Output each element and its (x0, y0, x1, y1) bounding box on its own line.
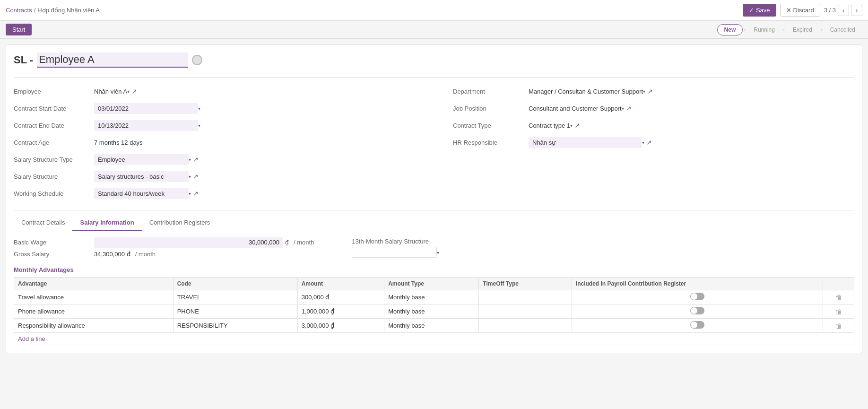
hr-responsible-value-wrap: ▾ ↗ (529, 137, 854, 148)
tab-contract-details[interactable]: Contract Details (14, 215, 72, 231)
row1-delete-button[interactable]: 🗑 (835, 294, 842, 301)
salary-structure-value-wrap: ▾ ↗ (94, 171, 434, 182)
contract-age-value: 7 months 12 days (94, 139, 143, 146)
row3-code: RESPONSIBILITY (173, 319, 297, 333)
salary-structure-link-icon[interactable]: ↗ (193, 173, 199, 180)
department-value-wrap: Manager / Consultan & Customer Support ▾… (529, 87, 854, 95)
discard-button[interactable]: ✕ Discard (780, 4, 820, 17)
row2-amount: 1,000,000 ₫ (297, 305, 384, 319)
status-expired[interactable]: Expired (786, 24, 819, 35)
add-line-button[interactable]: Add a line (18, 333, 45, 344)
employee-value: Nhân viên A (94, 88, 127, 95)
hr-responsible-link-icon[interactable]: ↗ (646, 139, 652, 146)
pagination-next[interactable]: › (851, 5, 862, 16)
contract-title-input[interactable] (37, 52, 188, 68)
status-new[interactable]: New (717, 24, 743, 35)
department-dropdown-icon: ▾ (643, 89, 645, 94)
row2-delete-button[interactable]: 🗑 (835, 308, 842, 315)
job-position-dropdown-icon: ▾ (622, 106, 624, 111)
row3-toggle[interactable] (690, 321, 704, 329)
contract-type-dropdown-icon: ▾ (570, 123, 573, 128)
divider-2 (14, 210, 854, 210)
salary-left: Basic Wage ₫ / month Gross Salary 34,300… (14, 237, 314, 261)
contract-start-date-row: Contract Start Date ▾ (14, 101, 434, 115)
salary-structure-type-value-wrap: ▾ ↗ (94, 154, 434, 165)
arrow-1: › (744, 26, 746, 33)
status-steps: New › Running › Expired › Cancelled (717, 24, 862, 35)
tab-contribution-registers[interactable]: Contribution Registers (142, 215, 218, 231)
discard-x-icon: ✕ (786, 7, 791, 14)
working-schedule-input[interactable] (94, 188, 189, 199)
thirteenth-select[interactable] (352, 247, 437, 258)
thirteenth-dropdown-icon: ▾ (437, 250, 439, 255)
thirteenth-month-section: 13th-Month Salary Structure ▾ (352, 238, 446, 258)
department-row: Department Manager / Consultan & Custome… (453, 84, 854, 98)
hr-responsible-label: HR Responsible (453, 139, 529, 146)
row2-code: PHONE (173, 305, 297, 319)
row1-amount-type: Monthly base (384, 290, 479, 305)
contract-start-date-value-wrap: ▾ (94, 103, 434, 114)
breadcrumb-parent[interactable]: Contracts (6, 7, 32, 14)
breadcrumb: Contracts / Hợp đồng Nhân viên A (6, 7, 100, 14)
tabs: Contract Details Salary Information Cont… (14, 215, 854, 231)
employee-value-wrap: Nhân viên A ▾ ↗ (94, 87, 434, 95)
status-cancelled[interactable]: Cancelled (823, 24, 862, 35)
tab-salary-information[interactable]: Salary Information (72, 215, 141, 231)
job-position-value-wrap: Consultant and Customer Support ▾ ↗ (529, 104, 854, 112)
form-right: Department Manager / Consultan & Custome… (434, 82, 854, 205)
basic-wage-input[interactable] (94, 237, 283, 248)
job-position-label: Job Position (453, 105, 529, 112)
row3-included (572, 319, 823, 333)
status-running[interactable]: Running (746, 24, 782, 35)
col-amount: Amount (297, 278, 384, 290)
arrow-2: › (783, 26, 785, 33)
contract-age-value-wrap: 7 months 12 days (94, 139, 434, 146)
row2-advantage: Phone allowance (14, 305, 174, 319)
start-button[interactable]: Start (6, 24, 32, 35)
row2-toggle[interactable] (690, 307, 704, 314)
employee-external-link-icon[interactable]: ↗ (131, 87, 137, 95)
salary-structure-type-input[interactable] (94, 154, 189, 165)
salary-structure-input[interactable] (94, 171, 189, 182)
main-content: SL - Employee Nhân viên A ▾ ↗ Contract S… (6, 44, 862, 353)
col-included: Included in Payroll Contribution Registe… (572, 278, 823, 290)
working-schedule-value-wrap: ▾ ↗ (94, 188, 434, 199)
salary-structure-type-link-icon[interactable]: ↗ (193, 156, 199, 163)
row2-timeof-type (479, 305, 572, 319)
top-bar: Contracts / Hợp đồng Nhân viên A ✓ Save … (0, 0, 868, 21)
contract-type-link-icon[interactable]: ↗ (574, 122, 580, 129)
gross-salary-label: Gross Salary (14, 251, 94, 258)
gross-salary-value: 34,300,000 ₫ (94, 251, 130, 258)
col-timeof-type: TimeOff Type (479, 278, 572, 290)
basic-wage-period: / month (294, 239, 314, 246)
contract-end-date-input[interactable] (94, 120, 198, 131)
employee-row: Employee Nhân viên A ▾ ↗ (14, 84, 434, 98)
salary-structure-type-dropdown-icon: ▾ (189, 157, 191, 162)
row3-amount-type: Monthly base (384, 319, 479, 333)
row3-delete-button[interactable]: 🗑 (835, 322, 842, 330)
hr-responsible-input[interactable] (529, 137, 642, 148)
contract-start-date-input[interactable] (94, 103, 198, 114)
table-row: Phone allowance PHONE 1,000,000 ₫ Monthl… (14, 305, 854, 319)
job-position-link-icon[interactable]: ↗ (626, 104, 632, 112)
basic-wage-label: Basic Wage (14, 239, 94, 246)
contract-age-label: Contract Age (14, 139, 94, 146)
status-circle-icon (192, 55, 202, 65)
row1-delete: 🗑 (823, 290, 854, 305)
col-code: Code (173, 278, 297, 290)
salary-info-content: Basic Wage ₫ / month Gross Salary 34,300… (14, 237, 854, 345)
save-button[interactable]: ✓ Save (743, 4, 776, 17)
contract-end-date-value-wrap: ▾ (94, 120, 434, 131)
pagination-prev[interactable]: ‹ (838, 5, 849, 16)
basic-wage-input-wrap: ₫ / month (94, 237, 314, 248)
row1-amount: 300,000 ₫ (297, 290, 384, 305)
department-link-icon[interactable]: ↗ (647, 87, 653, 95)
contract-type-value-wrap: Contract type 1 ▾ ↗ (529, 122, 854, 129)
row1-toggle[interactable] (690, 293, 704, 300)
working-schedule-row: Working Schedule ▾ ↗ (14, 186, 434, 200)
working-schedule-link-icon[interactable]: ↗ (193, 190, 199, 197)
row2-amount-type: Monthly base (384, 305, 479, 319)
toolbar-actions: ✓ Save ✕ Discard 3 / 3 ‹ › (743, 4, 862, 17)
contract-type-value: Contract type 1 (529, 122, 570, 129)
row2-included (572, 305, 823, 319)
